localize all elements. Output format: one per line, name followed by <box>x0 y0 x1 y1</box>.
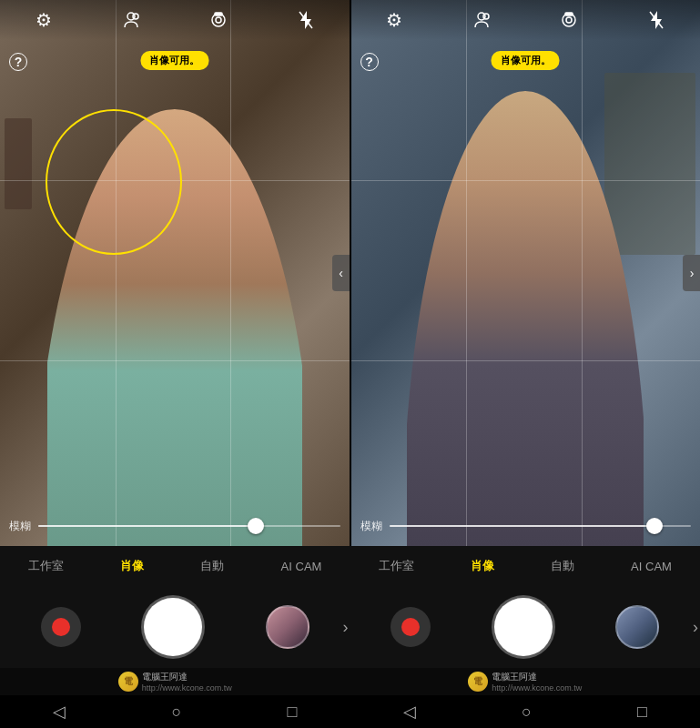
right-watermark: 電 電腦王阿達 http://www.kcone.com.tw <box>350 668 701 695</box>
right-blur-label: 模糊 <box>360 519 382 534</box>
bottom-bar: 工作室 肖像 自動 AI CAM 工作室 肖像 自動 AI CAM <box>0 546 700 728</box>
right-tab-aicam[interactable]: AI CAM <box>624 556 679 577</box>
right-portrait-badge: 肖像可用。 <box>492 51 560 70</box>
right-question-mark[interactable]: ? <box>360 53 379 71</box>
right-record-dot <box>401 618 420 636</box>
right-blur-slider-area: 模糊 <box>351 506 701 546</box>
left-tab-aicam[interactable]: AI CAM <box>274 556 330 577</box>
right-shutter-button[interactable] <box>494 598 553 656</box>
right-blur-fill <box>390 525 655 527</box>
left-controls-arrow-icon[interactable]: › <box>343 618 349 637</box>
right-controls-arrow-icon[interactable]: › <box>693 618 698 637</box>
left-portrait-badge: 肖像可用。 <box>140 51 208 70</box>
svg-point-1 <box>133 14 138 19</box>
right-blur-thumb[interactable] <box>646 518 663 534</box>
left-top-icons: ⚙ <box>0 0 350 40</box>
svg-rect-4 <box>215 13 222 15</box>
left-mode-tabs: 工作室 肖像 自動 AI CAM <box>0 546 350 586</box>
right-shelf <box>604 73 695 255</box>
left-record-dot <box>52 618 70 636</box>
face-detection-circle <box>46 109 182 255</box>
right-tab-auto[interactable]: 自動 <box>543 554 582 578</box>
left-nav-home-icon[interactable]: ○ <box>160 699 192 725</box>
left-blur-track[interactable] <box>38 525 340 527</box>
left-shelf <box>5 118 32 209</box>
svg-rect-10 <box>565 13 573 15</box>
right-tab-portrait[interactable]: 肖像 <box>463 554 502 578</box>
right-blur-track[interactable] <box>390 525 692 527</box>
right-camera-panel: ⚙ <box>351 0 701 546</box>
left-nav-back-icon[interactable]: ◁ <box>42 698 76 725</box>
right-tab-studio[interactable]: 工作室 <box>371 554 421 578</box>
svg-point-9 <box>566 17 572 23</box>
right-nav-back-icon[interactable]: ◁ <box>392 698 427 725</box>
right-settings-icon[interactable]: ⚙ <box>380 5 409 35</box>
right-arrow-btn[interactable]: › <box>683 255 700 291</box>
left-tab-auto[interactable]: 自動 <box>193 554 231 578</box>
svg-point-3 <box>216 17 221 23</box>
left-camera-panel: ⚙ <box>0 0 350 546</box>
cameras-row: ⚙ <box>0 0 700 546</box>
right-people-icon[interactable] <box>467 5 496 35</box>
right-mode-tabs: 工作室 肖像 自動 AI CAM <box>350 546 701 586</box>
controls-row: › › <box>0 586 700 668</box>
left-watermark-url: http://www.kcone.com.tw <box>142 683 232 693</box>
nav-row: ◁ ○ □ ◁ ○ □ <box>0 695 700 728</box>
right-nav-home-icon[interactable]: ○ <box>511 699 543 725</box>
left-nav-recent-icon[interactable]: □ <box>277 699 309 725</box>
left-camera-flip-icon[interactable] <box>204 5 233 35</box>
watermark-row: 電 電腦王阿達 http://www.kcone.com.tw 電 電腦王阿達 … <box>0 668 700 695</box>
left-blur-thumb[interactable] <box>248 518 264 534</box>
left-flash-icon[interactable] <box>291 5 320 35</box>
main-container: ⚙ <box>0 0 700 728</box>
left-controls: › <box>0 586 350 668</box>
left-shutter-button[interactable] <box>144 598 202 656</box>
left-watermark: 電 電腦王阿達 http://www.kcone.com.tw <box>0 668 350 695</box>
left-settings-icon[interactable]: ⚙ <box>29 5 58 35</box>
left-watermark-name: 電腦王阿達 <box>142 671 232 683</box>
left-blur-fill <box>38 525 256 527</box>
left-arrow-btn[interactable]: ‹ <box>332 255 350 291</box>
left-question-mark[interactable]: ? <box>9 53 27 71</box>
left-record-button[interactable] <box>41 607 81 647</box>
left-thumbnail[interactable] <box>266 605 309 649</box>
mode-tabs-row: 工作室 肖像 自動 AI CAM 工作室 肖像 自動 AI CAM <box>0 546 700 586</box>
right-watermark-name: 電腦王阿達 <box>492 671 582 683</box>
right-flash-icon[interactable] <box>642 5 671 35</box>
left-nav: ◁ ○ □ <box>0 695 350 728</box>
left-blur-slider-area: 模糊 <box>0 506 350 546</box>
right-thumbnail[interactable] <box>615 605 659 649</box>
right-nav-recent-icon[interactable]: □ <box>626 699 658 725</box>
right-camera-flip-icon[interactable] <box>554 5 583 35</box>
right-watermark-url: http://www.kcone.com.tw <box>492 683 582 693</box>
right-record-button[interactable] <box>391 607 431 647</box>
right-top-icons: ⚙ <box>351 0 701 40</box>
left-tab-studio[interactable]: 工作室 <box>21 554 71 578</box>
right-controls: › <box>350 586 701 668</box>
left-blur-label: 模糊 <box>9 519 31 534</box>
left-people-icon[interactable] <box>117 5 146 35</box>
svg-point-7 <box>483 14 489 19</box>
right-nav: ◁ ○ □ <box>350 695 701 728</box>
left-watermark-icon: 電 <box>118 672 138 692</box>
left-tab-portrait[interactable]: 肖像 <box>113 554 151 578</box>
right-watermark-icon: 電 <box>468 672 488 692</box>
